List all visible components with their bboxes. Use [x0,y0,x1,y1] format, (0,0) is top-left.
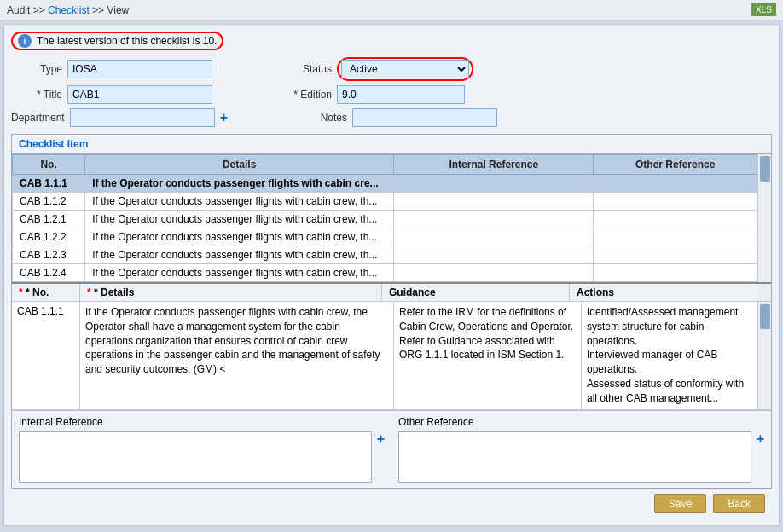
notes-input[interactable] [352,108,497,127]
info-message: The latest version of this checklist is … [37,35,217,47]
status-select[interactable]: Active Inactive Draft [341,60,469,78]
detail-actions-cell: Identified/Assessed management system st… [582,302,757,409]
type-input[interactable] [67,60,212,78]
type-group: Type [11,60,212,78]
cell-intref [394,211,594,228]
department-group: Department + [11,108,228,127]
info-banner: i The latest version of this checklist i… [11,32,223,50]
col-header-no: No. [13,155,85,175]
col-header-intref: Internal Reference [394,155,594,175]
cell-no: CAB 1.2.2 [13,228,85,246]
table-row[interactable]: CAB 1.2.3 If the Operator conducts passe… [13,246,757,264]
detail-guidance-cell: Refer to the IRM for the definitions of … [394,302,582,409]
back-button[interactable]: Back [713,494,765,513]
table-row[interactable]: CAB 1.2.1 If the Operator conducts passe… [13,211,757,228]
cell-intref [394,264,594,282]
title-input[interactable] [67,85,212,104]
cell-intref [394,246,594,264]
cell-intref [394,175,594,193]
title-group: * Title [11,85,212,104]
detail-actions-header: Actions [570,284,757,301]
detail-header-scroll-space [757,284,771,301]
department-add-button[interactable]: + [220,110,228,125]
table-row[interactable]: CAB 1.2.2 If the Operator conducts passe… [13,228,757,246]
info-icon: i [18,34,32,48]
edition-input[interactable] [337,85,465,104]
cell-no: CAB 1.1.2 [13,193,85,211]
notes-group: Notes [296,108,497,127]
other-ref-label: Other Reference [398,416,764,428]
checklist-table: No. Details Internal Reference Other Ref… [12,154,757,282]
cell-details: If the Operator conducts passenger fligh… [85,264,394,282]
cell-otherref [594,228,757,246]
detail-guidance-header: Guidance [382,284,570,301]
detail-main-cell: If the Operator conducts passenger fligh… [80,302,394,409]
cell-details: If the Operator conducts passenger fligh… [85,193,394,211]
form-row-2: * Title * Edition [11,85,772,104]
table-row[interactable]: CAB 1.2.4 If the Operator conducts passe… [13,264,757,282]
cell-no: CAB 1.1.1 [13,175,85,193]
department-label: Department [11,112,65,124]
detail-header: * * No. * * Details Guidance Actions [12,282,771,302]
table-row[interactable]: CAB 1.1.2 If the Operator conducts passe… [13,193,757,211]
table-scrollbar[interactable] [757,154,771,282]
other-ref-textarea[interactable] [398,431,751,483]
status-label: Status [281,63,332,75]
checklist-header: Checklist Item [12,135,771,154]
detail-no-header: * * No. [12,284,80,301]
cell-no: CAB 1.2.3 [13,246,85,264]
type-label: Type [11,63,62,75]
cell-details: If the Operator conducts passenger fligh… [85,228,394,246]
internal-ref-add-button[interactable]: + [377,431,385,447]
other-ref-add-button[interactable]: + [757,431,764,447]
internal-ref-group: Internal Reference + [19,416,385,483]
xls-export-button[interactable]: XLS [751,3,776,16]
internal-ref-label: Internal Reference [19,416,385,428]
cell-no: CAB 1.2.4 [13,264,85,282]
upper-table-container: No. Details Internal Reference Other Ref… [12,154,771,282]
cell-details: If the Operator conducts passenger fligh… [85,211,394,228]
detail-content: CAB 1.1.1 If the Operator conducts passe… [12,302,771,410]
other-ref-group: Other Reference + [398,416,764,483]
top-bar: Audit >> Checklist >> View XLS [0,0,783,20]
cell-intref [394,228,594,246]
col-header-otherref: Other Reference [594,155,757,175]
breadcrumb-checklist[interactable]: Checklist [48,4,90,16]
cell-otherref [594,193,757,211]
cell-details: If the Operator conducts passenger fligh… [85,175,394,193]
ref-section: Internal Reference + Other Reference + [12,410,771,488]
col-header-details: Details [85,155,394,175]
save-button[interactable]: Save [654,494,706,513]
detail-details-label: * Details [94,286,134,298]
cell-otherref [594,175,757,193]
form-row-3: Department + Notes [11,108,772,127]
scroll-thumb [760,156,770,182]
detail-no-cell: CAB 1.1.1 [12,302,80,409]
status-select-wrapper: Active Inactive Draft [337,57,473,81]
detail-details-header: * * Details [80,284,382,301]
cell-otherref [594,264,757,282]
cell-otherref [594,246,757,264]
footer-bar: Save Back [11,489,772,518]
status-group: Status Active Inactive Draft [281,57,473,81]
detail-scroll-thumb [760,304,770,329]
internal-ref-textarea[interactable] [19,431,372,483]
checklist-section: Checklist Item No. Details Internal Refe… [11,134,772,489]
department-input[interactable] [70,108,215,127]
title-label: * Title [11,89,62,101]
detail-scrollbar[interactable] [757,302,771,409]
cell-details: If the Operator conducts passenger fligh… [85,246,394,264]
breadcrumb-audit: Audit [7,4,30,16]
edition-group: * Edition [281,85,465,104]
edition-label: * Edition [281,89,332,101]
cell-no: CAB 1.2.1 [13,211,85,228]
breadcrumb-view: View [107,4,129,16]
notes-label: Notes [296,112,347,124]
cell-intref [394,193,594,211]
table-row[interactable]: CAB 1.1.1 If the Operator conducts passe… [13,175,757,193]
cell-otherref [594,211,757,228]
main-container: i The latest version of this checklist i… [3,24,780,526]
form-row-1: Type Status Active Inactive Draft [11,57,772,81]
checklist-label: Checklist Item [19,138,88,150]
breadcrumb: Audit >> Checklist >> View [7,4,129,16]
